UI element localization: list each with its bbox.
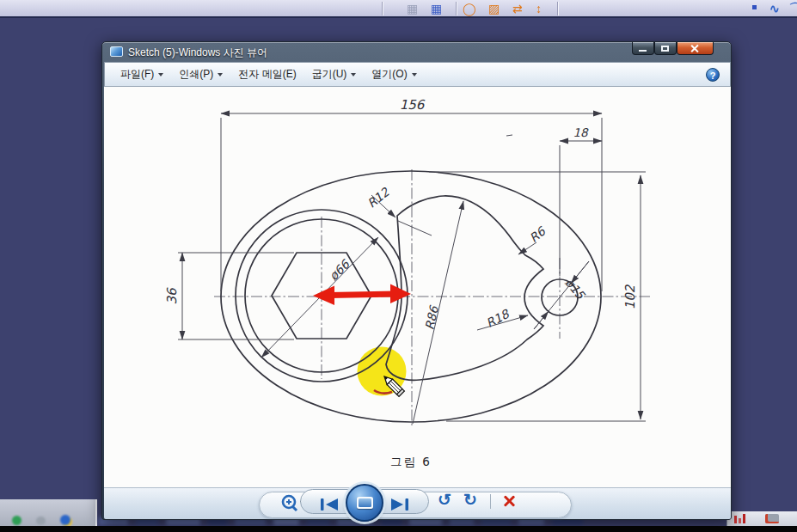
cad-status-panel: [726, 511, 797, 526]
circle-sketch-icon[interactable]: ◯: [463, 1, 476, 16]
app-icon: [110, 46, 123, 57]
menu-file[interactable]: 파일(F): [120, 67, 163, 82]
grid-3d-icon[interactable]: ▦: [407, 1, 418, 16]
dim-102-label: 102: [622, 284, 638, 309]
centerlines: [214, 169, 650, 428]
dim-36-label: 36: [164, 287, 180, 305]
histogram-icon: [739, 518, 741, 523]
slideshow-icon: [357, 497, 373, 509]
arc-icon[interactable]: ⌒: [789, 1, 797, 16]
dim-18-label: 18: [573, 125, 589, 139]
toolbar-grip: [382, 2, 383, 15]
window-title: Sketch (5)-Windows 사진 뷰어: [128, 46, 267, 60]
close-button[interactable]: [677, 42, 714, 55]
photo-canvas: 156 18 102 36 R12 R6 R86 R18 ø66 ø15 그림 …: [104, 87, 731, 487]
launcher-green-icon[interactable]: [12, 516, 21, 525]
launcher-gray-icon[interactable]: [36, 517, 46, 525]
previous-icon[interactable]: [314, 495, 348, 514]
next-icon[interactable]: [381, 495, 415, 514]
photo-viewer-window: Sketch (5)-Windows 사진 뷰어 파일(F) 인쇄(P) 전자 …: [101, 41, 732, 520]
chevron-down-icon: [412, 73, 417, 76]
viewer-toolbar: ↺ ↻: [104, 487, 731, 519]
spline-icon[interactable]: ∿: [769, 1, 780, 16]
menu-email[interactable]: 전자 메일(E): [238, 67, 296, 82]
dim-r12-label: R12: [365, 185, 392, 211]
screen-bottom-bar: [0, 526, 797, 532]
help-icon[interactable]: ?: [706, 68, 720, 82]
chevron-down-icon: [158, 73, 163, 76]
slideshow-button[interactable]: [346, 484, 383, 522]
dimension-icon[interactable]: ↕: [536, 1, 542, 16]
menu-email-label: 전자 메일(E): [238, 67, 296, 82]
chevron-down-icon: [218, 73, 223, 76]
toolbar-separator: [490, 494, 491, 509]
menu-print-label: 인쇄(P): [179, 67, 213, 82]
titlebar[interactable]: Sketch (5)-Windows 사진 뷰어: [102, 42, 731, 62]
dim-d66-label: ø66: [326, 257, 353, 284]
rotate-cw-icon[interactable]: ↻: [463, 490, 477, 510]
toolbar-separator: [456, 2, 457, 15]
menu-open-label: 열기(O): [371, 67, 407, 82]
menu-open[interactable]: 열기(O): [371, 67, 416, 82]
menu-burn-label: 굽기(U): [312, 67, 347, 82]
menu-print[interactable]: 인쇄(P): [179, 67, 223, 82]
histogram-icon[interactable]: [734, 516, 737, 523]
delete-icon[interactable]: [502, 494, 516, 508]
toolbar-separator: [557, 2, 558, 15]
rotate-ccw-icon[interactable]: ↺: [438, 490, 451, 510]
red-double-arrow: [313, 284, 411, 306]
minimize-button[interactable]: [632, 42, 654, 55]
menu-file-label: 파일(F): [120, 67, 154, 82]
constraint-box-icon[interactable]: ⇄: [512, 1, 523, 16]
menu-burn[interactable]: 굽기(U): [312, 67, 357, 82]
launcher-blue-icon[interactable]: [60, 515, 71, 525]
camera-icon[interactable]: [765, 514, 779, 523]
dim-156-label: 156: [400, 97, 426, 113]
technical-drawing: 156 18 102 36 R12 R6 R86 R18 ø66 ø15 그림 …: [104, 87, 731, 487]
hatch-icon[interactable]: ▨: [488, 1, 500, 16]
kidney-slot: [386, 196, 543, 380]
dim-r18-label: R18: [484, 307, 512, 331]
maximize-button[interactable]: [654, 42, 677, 55]
histogram-icon: [743, 514, 745, 523]
dim-r6-label: R6: [527, 223, 549, 245]
figure-caption: 그림 6: [390, 455, 432, 468]
dot-icon[interactable]: [752, 5, 757, 9]
cad-toolbar: ▦ ▦ ◯ ▨ ⇄ ↕ ∿ ⌒: [0, 0, 797, 18]
desktop: ▦ ▦ ◯ ▨ ⇄ ↕ ∿ ⌒ Sketch (5)-Windows 사진 뷰어: [0, 0, 797, 532]
snap-grid-icon[interactable]: ▦: [431, 1, 442, 16]
menubar: 파일(F) 인쇄(P) 전자 메일(E) 굽기(U) 열기(O) ?: [104, 62, 731, 87]
dim-r86-label: R86: [422, 304, 441, 332]
chevron-down-icon: [351, 73, 356, 76]
